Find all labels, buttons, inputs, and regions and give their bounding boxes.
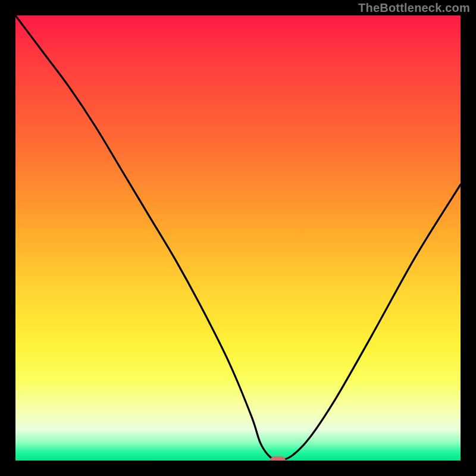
bottleneck-curve xyxy=(15,15,461,461)
optimal-point-marker xyxy=(270,456,286,461)
plot-area xyxy=(15,15,461,461)
watermark-text: TheBottleneck.com xyxy=(358,1,470,15)
chart-frame: TheBottleneck.com xyxy=(0,0,476,476)
